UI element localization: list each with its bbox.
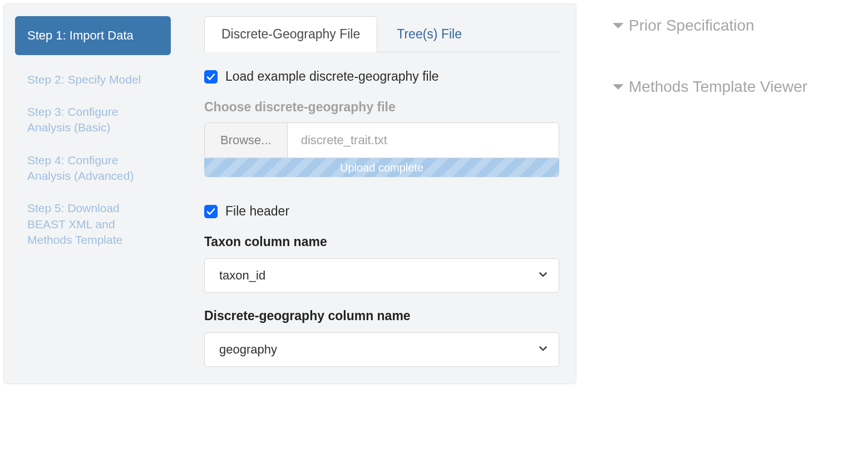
left-panel: Step 1: Import Data Step 2: Specify Mode… (3, 3, 576, 384)
file-tabs: Discrete-Geography File Tree(s) File (204, 16, 559, 52)
check-icon (206, 72, 215, 81)
taxon-select-wrap: taxon_id (204, 258, 559, 293)
file-header-label: File header (225, 204, 289, 219)
step-label: Step 3: Configure Analysis (Basic) (27, 105, 118, 134)
browse-button[interactable]: Browse... (205, 123, 288, 158)
step-label: Step 5: Download BEAST XML and Methods T… (27, 202, 122, 246)
file-header-checkbox[interactable] (204, 205, 218, 218)
step-2-specify-model[interactable]: Step 2: Specify Model (15, 72, 171, 87)
file-input-row: Browse... discrete_trait.txt (204, 122, 559, 158)
load-example-checkbox[interactable] (204, 70, 218, 84)
step-label: Step 1: Import Data (27, 28, 134, 42)
step-1-import-data[interactable]: Step 1: Import Data (15, 16, 171, 55)
geo-column-select[interactable]: geography (204, 332, 559, 367)
step-4-configure-advanced[interactable]: Step 4: Configure Analysis (Advanced) (15, 153, 171, 184)
load-example-label: Load example discrete-geography file (225, 69, 439, 84)
select-value: taxon_id (219, 268, 265, 283)
tab-trees-file[interactable]: Tree(s) File (377, 16, 481, 52)
browse-label: Browse... (220, 133, 272, 148)
chevron-down-icon (611, 18, 625, 33)
main-form: Discrete-Geography File Tree(s) File Loa… (188, 16, 565, 367)
chevron-down-icon (611, 80, 625, 94)
load-example-row: Load example discrete-geography file (204, 69, 559, 84)
choose-file-label: Choose discrete-geography file (204, 100, 559, 115)
file-header-row: File header (204, 204, 559, 219)
methods-template-viewer-toggle[interactable]: Methods Template Viewer (611, 78, 868, 96)
step-label: Step 4: Configure Analysis (Advanced) (27, 154, 134, 182)
page-root: Step 1: Import Data Step 2: Specify Mode… (0, 0, 868, 384)
geo-column-label: Discrete-geography column name (204, 308, 559, 323)
form-area: Load example discrete-geography file Cho… (204, 52, 559, 367)
tab-label: Tree(s) File (397, 27, 462, 41)
prior-specification-toggle[interactable]: Prior Specification (611, 17, 868, 35)
geo-select-wrap: geography (204, 332, 559, 367)
taxon-column-label: Taxon column name (204, 234, 559, 249)
steps-nav: Step 1: Import Data Step 2: Specify Mode… (15, 16, 188, 367)
tab-label: Discrete-Geography File (221, 27, 360, 41)
step-5-download[interactable]: Step 5: Download BEAST XML and Methods T… (15, 200, 171, 248)
upload-progress: Upload complete (204, 158, 559, 177)
taxon-column-select[interactable]: taxon_id (204, 258, 559, 293)
file-name-display: discrete_trait.txt (288, 123, 559, 158)
right-panel: Prior Specification Methods Template Vie… (576, 0, 868, 384)
collapsible-label: Prior Specification (629, 17, 754, 35)
step-3-configure-basic[interactable]: Step 3: Configure Analysis (Basic) (15, 104, 171, 136)
step-label: Step 2: Specify Model (27, 73, 141, 86)
select-value: geography (219, 342, 277, 357)
collapsible-label: Methods Template Viewer (629, 78, 807, 96)
check-icon (206, 207, 215, 216)
upload-status-text: Upload complete (340, 161, 423, 174)
tab-discrete-geography-file[interactable]: Discrete-Geography File (204, 16, 377, 52)
